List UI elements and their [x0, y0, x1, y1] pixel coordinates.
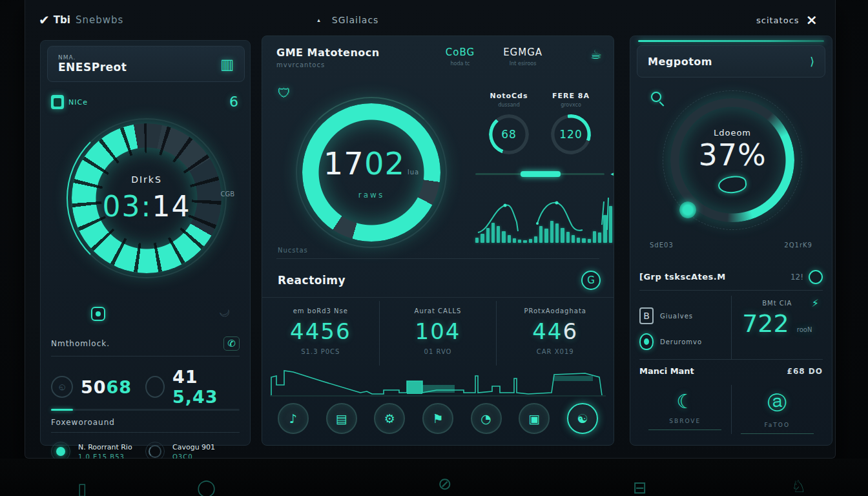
stat-value-a: 41 — [172, 367, 198, 387]
droplet-icon — [639, 333, 654, 350]
tray-icon[interactable]: ▯ — [78, 479, 87, 496]
box-tray-icon[interactable]: ⊟ — [633, 478, 647, 496]
stat-value-b: 5,43 — [172, 387, 218, 407]
app-logo-icon: ✔ — [39, 12, 48, 28]
gear-icon[interactable]: ⚙ — [374, 403, 405, 434]
main-gauge-label: raws — [358, 191, 384, 200]
left-stats-header: Nmthomlock. ✆ — [51, 336, 240, 356]
mini-gauge-sub: grovxco — [532, 102, 610, 108]
left-footer-section: Foxeworoaund N. Roorrant Rio 1.0 E15 B53… — [51, 418, 240, 461]
detail-list: B Giualves Deruromvo — [639, 296, 731, 359]
clipboard-icon[interactable]: ▣ — [519, 403, 550, 434]
list-icon[interactable]: ▤ — [326, 403, 357, 434]
crescent-icon: ☾ — [216, 304, 234, 320]
detail-metric: BMt ClA 722 rooN ⚡ — [731, 296, 823, 359]
wing-icon: ⚡ — [812, 297, 819, 309]
chevron-right-icon[interactable]: ⟩ — [810, 55, 814, 68]
stat-item: ◵ 5068 — [51, 367, 145, 407]
center-stats-row: em boRd3 Nse 4456 S1.3 P0CS Aurat CALLS … — [262, 301, 614, 366]
center-stat: em boRd3 Nse 4456 S1.3 P0CS — [262, 301, 379, 366]
emblem-icon[interactable]: ⊘ — [438, 474, 452, 493]
refresh-icon[interactable]: G — [581, 271, 601, 290]
target-icon[interactable] — [91, 307, 105, 321]
moon-icon: ☾ — [639, 390, 731, 413]
shortcut-row: ☾ SBROVE ⓐ FaTOO — [639, 385, 823, 434]
badge-label: NICe — [68, 98, 88, 107]
percent-gauge-label: Ldoeom — [714, 128, 751, 138]
mini-gauge-ring: 120 — [544, 107, 599, 162]
search-icon[interactable] — [651, 92, 661, 102]
gadget-icon[interactable]: ☕ — [590, 46, 602, 62]
titlebar-right: scitatocs × — [756, 13, 818, 27]
music-note-icon[interactable]: ♪ — [278, 403, 309, 434]
detail-row[interactable]: B Giualves — [639, 307, 731, 324]
detail-metric-unit: rooN — [797, 326, 812, 333]
header-metric: CoBG hoda tc — [446, 46, 475, 67]
readability-eyebrow: Nucstas — [278, 247, 308, 254]
center-stat-label: PRotxAodaghata — [497, 307, 614, 315]
center-stat-label: Aurat CALLS — [380, 307, 497, 315]
skyline-chart — [270, 367, 606, 398]
ab-shortcut[interactable]: ⓐ FaTOO — [731, 385, 823, 434]
moon-shortcut[interactable]: ☾ SBROVE — [639, 385, 731, 434]
phone-icon[interactable]: ✆ — [223, 336, 240, 351]
accent-bar — [638, 40, 824, 42]
document-icon[interactable]: ▥ — [220, 56, 234, 72]
knight-icon[interactable]: ♘ — [791, 477, 806, 496]
left-stats-section: Nmthomlock. ✆ ◵ 5068 41 5,43 — [51, 336, 240, 407]
center-stat-label: em boRd3 Nse — [262, 307, 379, 315]
metric-label: Int esiroos — [503, 61, 542, 67]
detail-row[interactable]: Deruromvo — [639, 333, 731, 350]
left-footer-title: Foxeworoaund — [51, 418, 240, 433]
desk-icon-row: ▯ ◯ ⊘ ⊟ ♘ — [0, 471, 868, 496]
stat-value-a: 50 — [81, 377, 107, 397]
timer-icon[interactable]: ◔ — [471, 403, 502, 434]
shortcut-label: SBROVE — [639, 418, 731, 424]
list-item-label: N. Roorrant Rio — [78, 443, 132, 451]
spark-curve — [475, 192, 612, 243]
brand-label: Snebwbs — [76, 14, 123, 26]
level-slider[interactable]: ◂ — [475, 173, 604, 175]
ring-icon[interactable] — [809, 270, 823, 284]
center-stat-value: 104 — [415, 318, 461, 344]
plant-row-value: £68 DO — [787, 367, 823, 376]
flag-icon[interactable]: ⚑ — [422, 403, 453, 434]
list-item-label: Cavogu 901 — [172, 443, 215, 451]
header-metric: EGMGA Int esiroos — [503, 46, 542, 67]
plant-row[interactable]: Manci Mant £68 DO — [639, 359, 823, 382]
stat-value-b: 68 — [107, 377, 132, 397]
expectations-title: [Grp tskscAtes.M — [639, 272, 726, 282]
divider — [276, 258, 599, 259]
caret-up-icon[interactable]: ▴ — [317, 17, 320, 23]
center-stat-suffix: 6 — [563, 318, 578, 344]
readability-row[interactable]: Reactoimy G — [278, 266, 601, 294]
mini-gauge-ring: 68 — [489, 114, 529, 154]
dock-glyph: ⚑ — [432, 411, 443, 426]
orb-icon[interactable]: ☯ — [567, 403, 598, 434]
dock-glyph: ▣ — [528, 411, 540, 426]
center-stat-value: 4456 — [290, 318, 351, 344]
nice-badge: NICe — [51, 95, 88, 109]
badge-icon — [51, 95, 64, 109]
percent-gauge-value: 37% — [698, 138, 766, 172]
titlebar: ✔ Tbi Snebwbs ▴ SGlailacs scitatocs × — [25, 5, 836, 35]
circle-tray-icon[interactable]: ◯ — [197, 478, 216, 496]
main-gauge-value-b: 02 — [364, 145, 405, 181]
right-title: Megpotom — [648, 56, 712, 68]
spark-chart — [475, 192, 612, 243]
icon-dock: ♪ ▤ ⚙ ⚑ ◔ ▣ ☯ — [271, 403, 604, 434]
stat-item: 41 5,43 — [145, 367, 240, 407]
center-stat-value: 44 — [532, 318, 563, 344]
slider-handle[interactable] — [521, 171, 561, 177]
detail-row-label: Deruromvo — [660, 338, 702, 346]
expectations-row[interactable]: [Grp tskscAtes.M 12! — [639, 264, 823, 291]
center-title: GME Matotenocn — [276, 46, 380, 59]
percent-gauge: Ldoeom 37% — [670, 98, 794, 222]
dock-glyph: ♪ — [289, 411, 297, 426]
disk-gauge-unit: CGB — [220, 191, 234, 198]
gauge-footer-labels: SdE03 2Q1rK9 — [650, 242, 812, 249]
close-icon[interactable]: × — [806, 13, 818, 27]
center-header-text: GME Matotenocn mvvrcantocs — [276, 46, 380, 68]
circle-icon — [145, 376, 165, 398]
detail-metric-number: 722 — [742, 309, 789, 338]
